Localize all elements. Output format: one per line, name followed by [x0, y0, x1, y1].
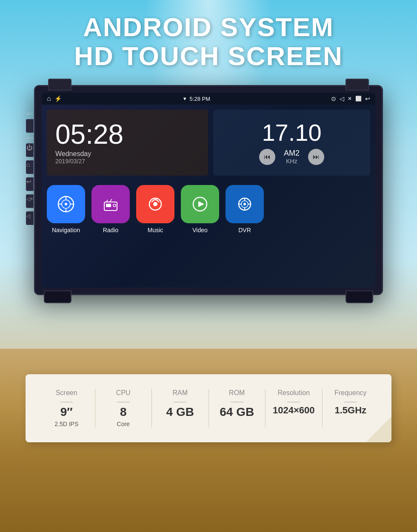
device-body: MIC RST ⏻ ⌂ ↩ ◁+ ◁ ⌂ — [34, 85, 383, 295]
spec-resolution-divider — [287, 402, 300, 402]
music-label: Music — [148, 227, 163, 233]
apps-row: Navigation — [47, 181, 370, 238]
spec-ram-label: RAM — [172, 389, 188, 397]
spec-ram-divider — [174, 402, 186, 402]
spec-cpu-label: CPU — [116, 389, 131, 397]
svg-point-6 — [65, 203, 67, 205]
status-time: 5:28 PM — [190, 96, 210, 102]
spec-ram: RAM 4 GB — [152, 389, 209, 427]
svg-rect-8 — [106, 204, 111, 207]
spec-screen-label: Screen — [56, 389, 77, 397]
radio-controls: ⏮ AM2 KHz ⏭ — [259, 149, 324, 165]
radio-prev-button[interactable]: ⏮ — [259, 149, 275, 165]
spec-screen-sub: 2.5D IPS — [54, 421, 78, 427]
screen-content: 05:28 Wednesday 2019/03/27 17.10 ⏮ AM2 — [42, 105, 375, 287]
clock-date: 2019/03/27 — [55, 158, 200, 165]
spec-rom-value: 64 GB — [220, 405, 254, 419]
spec-resolution-value: 1024×600 — [273, 405, 315, 416]
spec-rom: ROM 64 GB — [209, 389, 266, 427]
spec-resolution-label: Resolution — [277, 389, 310, 397]
radio-label: Radio — [103, 227, 119, 233]
radio-icon — [91, 185, 130, 223]
svg-point-18 — [243, 203, 246, 205]
clock-time: 05:28 — [55, 121, 200, 148]
bracket-top-right — [346, 79, 369, 91]
spec-resolution: Resolution 1024×600 — [266, 389, 323, 427]
spec-screen-value: 9″ — [60, 405, 73, 419]
radio-unit: KHz — [286, 158, 297, 165]
close-icon[interactable]: ✕ — [348, 96, 352, 102]
radio-widget[interactable]: 17.10 ⏮ AM2 KHz ⏭ — [213, 110, 370, 176]
radio-frequency: 17.10 — [262, 121, 321, 145]
screen[interactable]: ⌂ ⚡ ▼ 5:28 PM ⊙ ◁ ✕ ⬜ ↩ — [42, 93, 375, 287]
bracket-bottom-right — [346, 290, 373, 303]
home-icon[interactable]: ⌂ — [47, 95, 51, 102]
status-left: ⌂ ⚡ — [47, 95, 62, 102]
rst-label: RST — [26, 136, 34, 140]
spec-rom-label: ROM — [229, 389, 245, 397]
title-line2: HD TOUCH SCREEN — [0, 42, 417, 71]
video-icon — [181, 185, 219, 223]
title-section: ANDROID SYSTEM HD TOUCH SCREEN — [0, 13, 417, 71]
spec-frequency-value: 1.5GHz — [334, 405, 366, 416]
screen-icon[interactable]: ⬜ — [355, 96, 362, 102]
status-center: ▼ 5:28 PM — [183, 96, 210, 102]
home-side-button[interactable]: ⌂ — [26, 160, 34, 174]
app-navigation[interactable]: Navigation — [47, 185, 85, 233]
side-button-1[interactable] — [26, 119, 34, 133]
dvr-label: DVR — [238, 227, 251, 233]
bracket-top-left — [48, 79, 71, 91]
back-side-button[interactable]: ↩ — [26, 177, 34, 191]
dvr-icon — [226, 185, 264, 223]
power-button[interactable]: ⏻ — [26, 143, 34, 157]
status-bar: ⌂ ⚡ ▼ 5:28 PM ⊙ ◁ ✕ ⬜ ↩ — [42, 93, 375, 105]
spec-cpu-sub: Core — [117, 421, 130, 427]
spec-frequency: Frequency 1.5GHz — [323, 389, 379, 427]
app-radio[interactable]: Radio — [91, 185, 130, 233]
svg-marker-15 — [198, 201, 204, 207]
video-label: Video — [192, 227, 208, 233]
widget-row: 05:28 Wednesday 2019/03/27 17.10 ⏮ AM2 — [47, 110, 370, 176]
status-right: ⊙ ◁ ✕ ⬜ ↩ — [331, 95, 370, 102]
bracket-bottom-left — [44, 290, 71, 303]
back-icon[interactable]: ↩ — [365, 95, 370, 102]
svg-point-13 — [153, 202, 157, 206]
camera-icon[interactable]: ⊙ — [331, 95, 336, 102]
navigation-icon — [47, 185, 85, 223]
mic-label: MIC — [26, 112, 34, 116]
spec-screen-divider — [60, 402, 73, 402]
clock-widget: 05:28 Wednesday 2019/03/27 — [47, 110, 208, 176]
spec-ram-value: 4 GB — [166, 405, 194, 419]
volume-icon[interactable]: ◁ — [340, 95, 344, 102]
wifi-icon: ▼ — [183, 96, 187, 101]
spec-cpu-value: 8 — [120, 405, 127, 419]
specs-section: Screen 9″ 2.5D IPS CPU 8 Core RAM 4 GB R… — [26, 374, 391, 442]
radio-next-button[interactable]: ⏭ — [308, 149, 324, 165]
clock-day: Wednesday — [55, 150, 200, 158]
app-video[interactable]: Video — [181, 185, 219, 233]
music-icon — [136, 185, 174, 223]
spec-screen: Screen 9″ 2.5D IPS — [38, 389, 95, 427]
app-music[interactable]: Music — [136, 185, 174, 233]
svg-line-11 — [110, 199, 112, 202]
vol-up-button[interactable]: ◁+ — [26, 194, 34, 208]
spec-frequency-label: Frequency — [334, 389, 367, 397]
svg-point-9 — [113, 204, 116, 207]
spec-cpu-divider — [117, 402, 130, 402]
car-unit: MIC RST ⏻ ⌂ ↩ ◁+ ◁ ⌂ — [34, 85, 383, 295]
side-buttons: MIC RST ⏻ ⌂ ↩ ◁+ ◁ — [26, 112, 34, 225]
usb-icon: ⚡ — [54, 95, 62, 102]
spec-frequency-divider — [344, 402, 357, 402]
specs-card: Screen 9″ 2.5D IPS CPU 8 Core RAM 4 GB R… — [26, 374, 391, 442]
vol-down-button[interactable]: ◁ — [26, 211, 34, 225]
spec-cpu: CPU 8 Core — [95, 389, 152, 427]
title-line1: ANDROID SYSTEM — [0, 13, 417, 42]
navigation-label: Navigation — [52, 227, 80, 233]
main-display: 05:28 Wednesday 2019/03/27 17.10 ⏮ AM2 — [42, 105, 375, 287]
radio-info: AM2 KHz — [284, 149, 300, 165]
app-dvr[interactable]: DVR — [226, 185, 264, 233]
radio-band: AM2 — [284, 149, 300, 158]
spec-rom-divider — [231, 402, 243, 402]
